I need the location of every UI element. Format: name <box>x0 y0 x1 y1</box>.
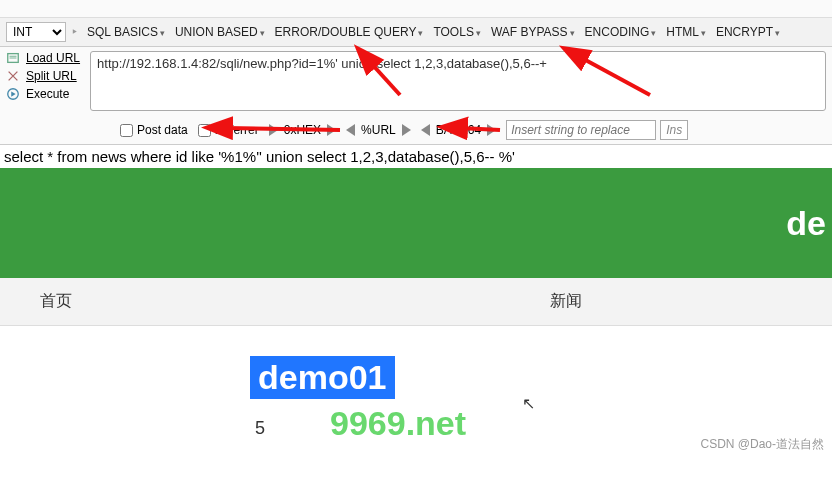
menu-waf-bypass[interactable]: WAF BYPASS <box>487 23 579 41</box>
menu-encoding[interactable]: ENCODING <box>581 23 661 41</box>
cursor-icon: ↖ <box>522 394 535 413</box>
referrer-checkbox[interactable]: Referrer <box>198 123 259 137</box>
credit-text: CSDN @Dao-道法自然 <box>700 436 824 453</box>
execute-label: Execute <box>26 87 69 101</box>
result-highlight: demo01 <box>250 356 395 399</box>
menu-sql-basics[interactable]: SQL BASICS <box>83 23 169 41</box>
url-box: http://192.168.1.4:82/sqli/new.php?id=1%… <box>90 51 826 114</box>
chevron-left-icon <box>421 124 430 136</box>
chevron-left-icon <box>346 124 355 136</box>
type-select[interactable]: INT <box>6 22 66 42</box>
menu-encrypt[interactable]: ENCRYPT <box>712 23 784 41</box>
hackbar-menu: INT ‣ SQL BASICS UNION BASED ERROR/DOUBL… <box>0 18 832 47</box>
insert-button[interactable]: Ins <box>660 120 688 140</box>
encode-base64[interactable]: BASE64 <box>421 123 496 137</box>
post-data-label: Post data <box>137 123 188 137</box>
page-content: demo01 5 9969.net ↖ CSDN @Dao-道法自然 <box>0 326 832 399</box>
hero-banner: de <box>0 168 832 278</box>
execute-icon <box>6 87 20 101</box>
browser-tab-strip <box>0 0 832 18</box>
url-input[interactable]: http://192.168.1.4:82/sqli/new.php?id=1%… <box>90 51 826 111</box>
menu-separator: ‣ <box>68 25 81 39</box>
menu-html[interactable]: HTML <box>662 23 710 41</box>
chevron-right-icon <box>269 124 278 136</box>
split-url-button[interactable]: Split URL <box>6 69 80 83</box>
split-icon <box>6 69 20 83</box>
referrer-label: Referrer <box>215 123 259 137</box>
menu-union-based[interactable]: UNION BASED <box>171 23 269 41</box>
rendered-query: select * from news where id like '%1%'' … <box>0 145 832 168</box>
load-url-label: Load URL <box>26 51 80 65</box>
hero-text: de <box>786 204 826 243</box>
chevron-right-icon <box>487 124 496 136</box>
encode-0xhex[interactable]: 0xHEX <box>269 123 336 137</box>
execute-button[interactable]: Execute <box>6 87 80 101</box>
insert-group: Ins <box>506 120 688 140</box>
insert-string-input[interactable] <box>506 120 656 140</box>
load-url-button[interactable]: Load URL <box>6 51 80 65</box>
split-url-label: Split URL <box>26 69 77 83</box>
load-icon <box>6 51 20 65</box>
menu-error-double[interactable]: ERROR/DOUBLE QUERY <box>271 23 428 41</box>
site-nav: 首页 新闻 <box>0 278 832 326</box>
chevron-right-icon <box>402 124 411 136</box>
chevron-right-icon <box>327 124 336 136</box>
menu-tools[interactable]: TOOLS <box>429 23 484 41</box>
encode-url[interactable]: %URL <box>346 123 411 137</box>
options-row: Post data Referrer 0xHEX %URL BASE64 Ins <box>0 118 832 145</box>
post-data-checkbox[interactable]: Post data <box>120 123 188 137</box>
nav-news[interactable]: 新闻 <box>510 291 622 312</box>
result-number: 5 <box>255 418 265 439</box>
watermark: 9969.net <box>330 404 466 443</box>
action-buttons: Load URL Split URL Execute <box>6 51 80 101</box>
action-row: Load URL Split URL Execute http://192.16… <box>0 47 832 118</box>
nav-home[interactable]: 首页 <box>0 291 112 312</box>
